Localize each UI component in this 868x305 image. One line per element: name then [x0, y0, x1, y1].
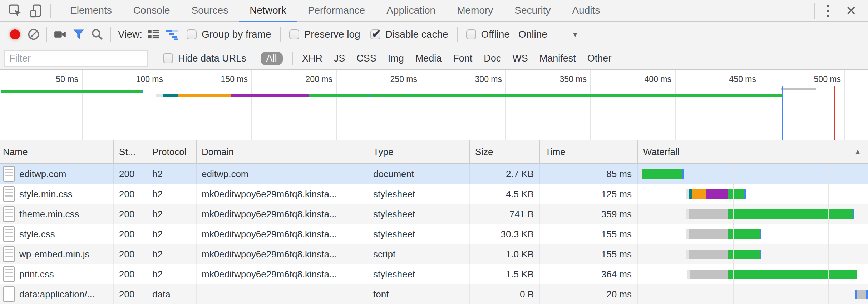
request-time-cell[interactable]: 155 ms [540, 244, 638, 264]
request-status-cell[interactable]: 200 [114, 164, 147, 184]
disable-cache-checkbox[interactable] [370, 29, 380, 39]
record-button[interactable] [6, 25, 24, 44]
request-waterfall-cell[interactable] [638, 224, 868, 244]
request-time-cell[interactable]: 155 ms [540, 224, 638, 244]
throttling-dropdown[interactable]: Online ▼ [518, 29, 579, 40]
filter-type-doc[interactable]: Doc [484, 53, 501, 64]
request-protocol-cell[interactable]: h2 [147, 244, 197, 264]
request-domain-cell[interactable]: mk0editwpoy6e29m6tq8.kinsta... [197, 264, 368, 284]
preserve-log-toggle[interactable]: Preserve log [289, 29, 360, 40]
request-name-cell[interactable]: print.css [0, 264, 114, 284]
request-type-cell[interactable]: stylesheet [368, 204, 470, 224]
table-row-6[interactable]: print.css 200 h2 mk0editwpoy6e29m6tq8.ki… [0, 264, 868, 284]
tab-performance[interactable]: Performance [297, 0, 376, 22]
filter-type-ws[interactable]: WS [512, 53, 528, 64]
request-status-cell[interactable]: 200 [114, 284, 147, 304]
tab-network[interactable]: Network [239, 0, 297, 22]
request-name-cell[interactable]: data:application/... [0, 284, 114, 304]
request-size-cell[interactable]: 1.0 KB [470, 244, 540, 264]
column-header-status[interactable]: St... [114, 140, 147, 163]
filter-type-js[interactable]: JS [334, 53, 345, 64]
request-name-cell[interactable]: editwp.com [0, 164, 114, 184]
request-domain-cell[interactable] [197, 284, 368, 304]
tab-security[interactable]: Security [504, 0, 561, 22]
request-domain-cell[interactable]: mk0editwpoy6e29m6tq8.kinsta... [197, 224, 368, 244]
request-status-cell[interactable]: 200 [114, 184, 147, 204]
request-status-cell[interactable]: 200 [114, 264, 147, 284]
request-waterfall-cell[interactable] [638, 264, 868, 284]
column-header-name[interactable]: Name [0, 140, 114, 163]
request-size-cell[interactable]: 741 B [470, 204, 540, 224]
offline-checkbox[interactable] [466, 29, 476, 39]
column-header-type[interactable]: Type [368, 140, 470, 163]
request-waterfall-cell[interactable] [638, 284, 868, 304]
request-domain-cell[interactable]: mk0editwpoy6e29m6tq8.kinsta... [197, 204, 368, 224]
request-domain-cell[interactable]: mk0editwpoy6e29m6tq8.kinsta... [197, 244, 368, 264]
sort-ascending-icon[interactable]: ▲ [854, 147, 862, 156]
request-time-cell[interactable]: 364 ms [540, 264, 638, 284]
filter-type-css[interactable]: CSS [356, 53, 376, 64]
tab-sources[interactable]: Sources [181, 0, 239, 22]
tab-memory[interactable]: Memory [446, 0, 504, 22]
table-row-2[interactable]: style.min.css 200 h2 mk0editwpoy6e29m6tq… [0, 184, 868, 204]
request-type-cell[interactable]: stylesheet [368, 264, 470, 284]
tab-application[interactable]: Application [376, 0, 446, 22]
request-type-cell[interactable]: stylesheet [368, 184, 470, 204]
request-type-cell[interactable]: font [368, 284, 470, 304]
search-icon[interactable] [88, 25, 107, 44]
filter-type-other[interactable]: Other [587, 53, 612, 64]
group-by-frame-toggle[interactable]: Group by frame [187, 29, 271, 40]
filter-type-manifest[interactable]: Manifest [539, 53, 576, 64]
filter-type-xhr[interactable]: XHR [302, 53, 322, 64]
hide-data-urls-toggle[interactable]: Hide data URLs [163, 53, 246, 64]
column-header-size[interactable]: Size [470, 140, 540, 163]
column-header-protocol[interactable]: Protocol [147, 140, 197, 163]
request-protocol-cell[interactable]: h2 [147, 184, 197, 204]
request-waterfall-cell[interactable] [638, 184, 868, 204]
table-row-4[interactable]: style.css 200 h2 mk0editwpoy6e29m6tq8.ki… [0, 224, 868, 244]
request-protocol-cell[interactable]: h2 [147, 164, 197, 184]
offline-toggle[interactable]: Offline [466, 29, 510, 40]
filter-type-font[interactable]: Font [453, 53, 472, 64]
request-time-cell[interactable]: 85 ms [540, 164, 638, 184]
request-status-cell[interactable]: 200 [114, 204, 147, 224]
show-overview-icon[interactable] [163, 25, 182, 44]
tab-console[interactable]: Console [123, 0, 181, 22]
overview-pane[interactable]: 50 ms100 ms150 ms200 ms250 ms300 ms350 m… [0, 70, 868, 140]
request-size-cell[interactable]: 4.5 KB [470, 184, 540, 204]
request-time-cell[interactable]: 359 ms [540, 204, 638, 224]
request-time-cell[interactable]: 125 ms [540, 184, 638, 204]
table-row-1[interactable]: editwp.com 200 h2 editwp.com document 2.… [0, 164, 868, 184]
filter-input[interactable] [4, 50, 148, 67]
request-waterfall-cell[interactable] [638, 244, 868, 264]
group-by-frame-checkbox[interactable] [187, 29, 197, 39]
capture-screenshots-icon[interactable] [51, 25, 69, 44]
close-icon[interactable]: ✕ [838, 0, 864, 21]
request-time-cell[interactable]: 20 ms [540, 284, 638, 304]
device-toolbar-icon[interactable] [26, 0, 46, 21]
request-domain-cell[interactable]: editwp.com [197, 164, 368, 184]
inspect-cursor-icon[interactable] [5, 0, 26, 21]
request-protocol-cell[interactable]: h2 [147, 264, 197, 284]
request-protocol-cell[interactable]: h2 [147, 204, 197, 224]
request-domain-cell[interactable]: mk0editwpoy6e29m6tq8.kinsta... [197, 184, 368, 204]
request-type-cell[interactable]: document [368, 164, 470, 184]
request-type-cell[interactable]: script [368, 244, 470, 264]
filter-type-img[interactable]: Img [388, 53, 404, 64]
request-status-cell[interactable]: 200 [114, 224, 147, 244]
column-header-domain[interactable]: Domain [197, 140, 368, 163]
filter-type-media[interactable]: Media [415, 53, 442, 64]
request-status-cell[interactable]: 200 [114, 244, 147, 264]
disable-cache-toggle[interactable]: Disable cache [370, 29, 448, 40]
kebab-menu-icon[interactable] [818, 5, 838, 17]
request-protocol-cell[interactable]: h2 [147, 224, 197, 244]
request-type-cell[interactable]: stylesheet [368, 224, 470, 244]
preserve-log-checkbox[interactable] [289, 29, 299, 39]
column-header-time[interactable]: Time [540, 140, 638, 163]
filter-type-all[interactable]: All [261, 52, 283, 65]
request-waterfall-cell[interactable] [638, 204, 868, 224]
large-request-rows-icon[interactable] [144, 25, 163, 44]
tab-elements[interactable]: Elements [59, 0, 123, 22]
request-size-cell[interactable]: 2.7 KB [470, 164, 540, 184]
filter-icon[interactable] [69, 25, 88, 44]
